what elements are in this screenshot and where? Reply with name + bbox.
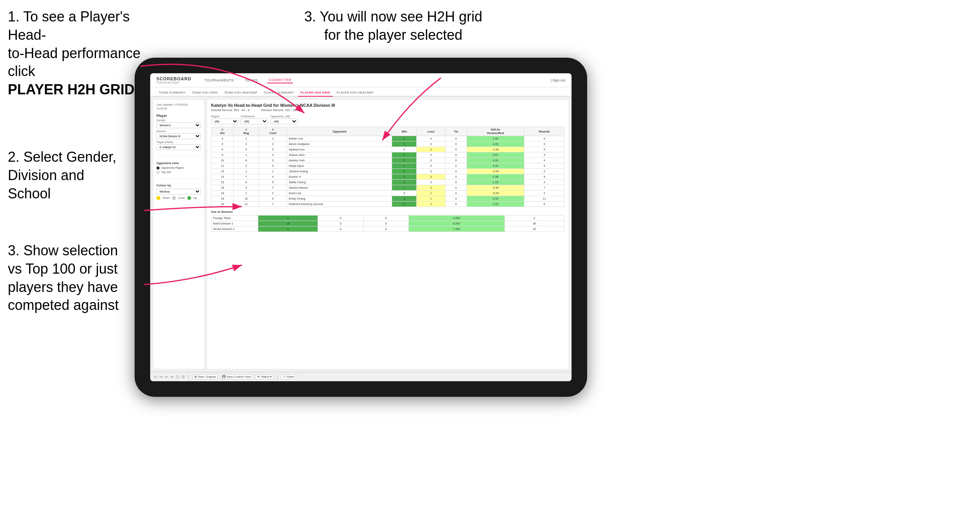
table-row: 3 1 1 Esther Lee 1 0 0 1.50 4 <box>211 136 565 141</box>
sidebar-division-select[interactable]: NCAA Division III NCAA Division I NCAA D… <box>156 133 201 139</box>
panel-title: Katelyn Vo Head-to-Head Grid for Women's… <box>211 103 565 108</box>
table-row: 9 1 4 Sharon Mun 1 0 0 3.67 3 <box>211 152 565 158</box>
sidebar-gender-label: Gender <box>156 119 201 122</box>
sidebar-timestamp: Last Updated: 27/03/202416:55:38 <box>156 103 201 111</box>
content-panel: Katelyn Vo Head-to-Head Grid for Women's… <box>207 100 568 369</box>
sub-nav-player-summary[interactable]: PLAYER SUMMARY <box>261 89 296 97</box>
ood-table-row: Foreign Team 1 0 0 4.500 2 <box>211 216 565 221</box>
filter-region-select[interactable]: (All) <box>211 118 238 124</box>
filter-opponent-select[interactable]: (All) <box>270 118 298 124</box>
col-conf: #Conf <box>259 127 287 136</box>
share-btn[interactable]: ↗ Share <box>281 374 296 379</box>
col-win: Win <box>392 127 417 136</box>
filter-region-label: Region <box>211 115 238 118</box>
filter-opponent: Opponents: (All) (All) <box>270 115 298 124</box>
radio-opponents-played[interactable]: Opponents Played <box>156 166 201 170</box>
cut-icon[interactable]: ✂ <box>170 375 174 379</box>
filter-region: Region (All) <box>211 115 238 124</box>
table-row: 5 2 2 Alexis Sudjianto 1 0 0 4.00 3 <box>211 141 565 147</box>
toolbar-separator-1 <box>188 374 189 380</box>
clock-icon[interactable]: ⏱ <box>181 375 185 379</box>
table-row: 13 1 1 Jessica Huang 1 0 0 -3.00 2 <box>211 169 565 174</box>
ood-table-row: NAIA Division 1 15 0 0 9.267 30 <box>211 221 565 226</box>
colour-dot-up <box>187 196 191 200</box>
sub-nav-player-h2h[interactable]: PLAYER H2H GRID <box>298 89 333 97</box>
table-row: 10 6 3 Andrea York 2 0 0 4.00 4 <box>211 158 565 163</box>
sub-nav-player-heatmap[interactable]: PLAYER H2H HEATMAP <box>334 89 376 97</box>
toolbar-separator-2 <box>277 374 277 380</box>
col-loss: Loss <box>417 127 446 136</box>
col-rounds: Rounds <box>524 127 565 136</box>
view-original-btn[interactable]: ⊞ View: Original <box>192 374 218 379</box>
out-of-division-header: Out of division <box>211 210 565 214</box>
table-row: 20 11 7 Federica Domecq Lacroze 2 1 0 1.… <box>211 202 565 207</box>
colour-dot-level <box>172 196 176 200</box>
table-row: 18 2 2 Euna Lee 0 1 0 -5.00 2 <box>211 191 565 196</box>
nav-committee[interactable]: COMMITTEE <box>267 77 293 83</box>
tablet-screen: SCOREBOARD Powered by clippd TOURNAMENTS… <box>150 73 572 381</box>
nav-teams[interactable]: TEAMS <box>243 78 259 83</box>
instruction-bold: PLAYER H2H GRID <box>8 81 135 97</box>
nav-tournaments[interactable]: TOURNAMENTS <box>203 78 235 83</box>
sidebar-player-title: Player <box>156 114 201 118</box>
instruction-line2: to-Head performance click <box>8 45 140 80</box>
sidebar: Last Updated: 27/03/202416:55:38 Player … <box>153 100 204 369</box>
radio-dot-top100 <box>156 171 160 174</box>
main-data-table: #Div #Reg #Conf Opponent Win Loss Tie Di… <box>211 127 565 207</box>
table-header-row: #Div #Reg #Conf Opponent Win Loss Tie Di… <box>211 127 565 136</box>
radio-top100[interactable]: Top 100 <box>156 171 201 174</box>
panel-subtitle: Overall Record: 353 - 34 - 6 Division Re… <box>211 108 565 112</box>
sidebar-division-label: Division <box>156 130 201 133</box>
col-div: #Div <box>211 127 234 136</box>
copy-icon[interactable]: ⬡ <box>176 375 179 379</box>
instruction-top-right-text: 3. You will now see H2H gridfor the play… <box>304 9 482 43</box>
radio-group: Opponents Played Top 100 <box>156 166 201 174</box>
sidebar-player-rank-select[interactable]: 8. Katelyn Vo <box>156 144 201 150</box>
watch-btn[interactable]: 👁 Watch ▾ <box>255 374 273 379</box>
division-record: Division Record: 331 - 34 - 6 <box>261 108 301 112</box>
filter-conference-label: Conference <box>241 115 268 118</box>
sidebar-colour-select[interactable]: Win/loss <box>156 189 201 195</box>
ood-table-row: NCAA Division 2 5 0 0 7.400 10 <box>211 226 565 232</box>
tablet-frame: SCOREBOARD Powered by clippd TOURNAMENTS… <box>135 58 587 397</box>
sub-nav: TEAM SUMMARY TEAM H2H GRID TEAM H2H HEAT… <box>150 87 572 97</box>
filter-conference: Conference (All) <box>241 115 268 124</box>
undo-icon[interactable]: ↩ <box>154 375 157 379</box>
logo-sub: Powered by clippd <box>156 81 191 84</box>
sign-out-link[interactable]: | Sign out <box>550 78 565 82</box>
save-custom-btn[interactable]: 💾 Save Custom View <box>220 374 253 379</box>
ood-data-table: Foreign Team 1 0 0 4.500 2 NAIA Division… <box>211 215 565 232</box>
table-row: 11 2 5 Heejo Hyun 1 0 0 3.33 3 <box>211 163 565 169</box>
sub-nav-team-heatmap[interactable]: TEAM H2H HEATMAP <box>222 89 260 97</box>
sub-nav-team-h2h[interactable]: TEAM H2H GRID <box>190 89 220 97</box>
instruction-mid-left: 2. Select Gender,Division andSchool <box>8 148 116 203</box>
colour-label-down: Down <box>163 196 170 199</box>
col-diff: Diff AvStrokes/Rnd <box>467 127 524 136</box>
sidebar-player-rank-label: Player (Rank) <box>156 141 201 143</box>
top-nav: SCOREBOARD Powered by clippd TOURNAMENTS… <box>150 73 572 87</box>
colour-label-up: Up <box>194 196 197 199</box>
instruction-line1: 1. To see a Player's Head- <box>8 9 130 43</box>
logo-text: SCOREBOARD <box>156 76 191 81</box>
radio-dot-opponents <box>156 166 160 170</box>
col-reg: #Reg <box>234 127 259 136</box>
table-row: 16 3 7 Jessica Mason 1 2 0 -0.94 7 <box>211 185 565 191</box>
sidebar-gender-select[interactable]: Women's Men's <box>156 122 201 128</box>
colour-legend: Down Level Up <box>156 196 201 200</box>
bottom-toolbar: ↩ ↪ ↩ ✂ ⬡ ⏱ ⊞ View: Original 💾 Save Cust… <box>150 372 572 381</box>
instruction-mid-text: 2. Select Gender,Division andSchool <box>8 149 116 202</box>
sidebar-colour-title: Colour by <box>156 184 201 187</box>
sidebar-opponent-view-title: Opponent view <box>156 161 201 165</box>
col-tie: Tie <box>446 127 467 136</box>
sub-nav-team-summary[interactable]: TEAM SUMMARY <box>156 89 188 97</box>
filter-opponents-label: Opponents: (All) <box>270 115 298 118</box>
redo-icon[interactable]: ↪ <box>160 375 163 379</box>
overall-record: Overall Record: 353 - 34 - 6 <box>211 108 250 112</box>
filter-row: Region (All) Conference (All) Opponents:… <box>211 115 565 124</box>
logo-area: SCOREBOARD Powered by clippd <box>156 76 191 84</box>
filter-conference-select[interactable]: (All) <box>241 118 268 124</box>
undo2-icon[interactable]: ↩ <box>165 375 168 379</box>
col-opponent: Opponent <box>287 127 392 136</box>
main-content: Last Updated: 27/03/202416:55:38 Player … <box>150 97 572 372</box>
colour-label-level: Level <box>178 196 185 199</box>
